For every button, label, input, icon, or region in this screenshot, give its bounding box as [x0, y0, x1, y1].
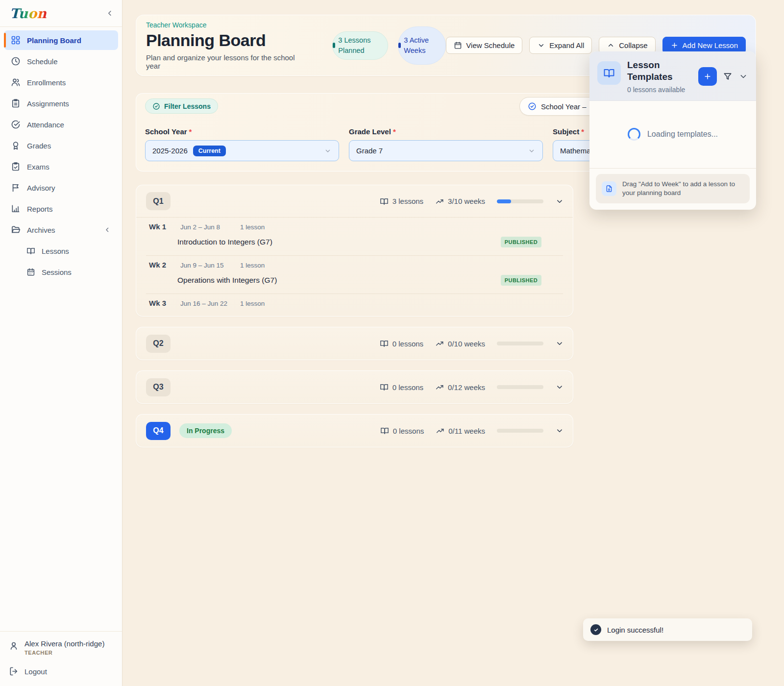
grade-level-value: Grade 7	[356, 147, 383, 155]
chevron-up-icon	[607, 41, 615, 49]
chevron-down-icon[interactable]	[555, 383, 564, 392]
chevron-down-icon	[537, 41, 545, 49]
user-info: Alex Rivera (north-ridge) TEACHER	[9, 639, 113, 656]
plus-icon	[703, 72, 712, 81]
quarter-header-q2[interactable]: Q2 0 lessons 0/10 weeks	[136, 327, 573, 360]
book-open-icon	[597, 61, 621, 85]
sidebar-item-label: Grades	[27, 142, 51, 150]
add-template-button[interactable]	[698, 67, 717, 86]
filter-icon[interactable]	[723, 72, 733, 81]
templates-loading: Loading templates...	[589, 101, 756, 168]
grade-level-select[interactable]: Grade 7	[349, 140, 543, 161]
quarter-stats: 0 lessons 0/10 weeks	[380, 339, 564, 348]
drag-hint-text: Drag "Add to Week" to add a lesson to yo…	[622, 180, 744, 197]
grade-level-label: Grade Level*	[349, 127, 543, 136]
week-progress-count: 3/10 weeks	[435, 197, 485, 206]
logout-button[interactable]: Logout	[9, 666, 113, 676]
templates-controls	[698, 67, 748, 86]
lesson-templates-panel: Lesson Templates 0 lessons available Loa…	[589, 51, 756, 210]
week-row[interactable]: Wk 3 Jun 16 – Jun 22 1 lesson	[146, 294, 563, 311]
chevron-down-icon[interactable]	[555, 339, 564, 348]
expand-all-button[interactable]: Expand All	[529, 37, 592, 54]
calendar-icon	[26, 268, 35, 276]
chevron-down-icon[interactable]	[555, 426, 564, 435]
lesson-count: 3 lessons	[380, 197, 423, 206]
workspace-eyebrow: Teacher Workspace	[146, 21, 305, 29]
quarter-badge-active: Q4	[146, 422, 171, 440]
chevron-down-icon[interactable]	[738, 72, 748, 81]
chevron-left-icon[interactable]	[103, 226, 111, 234]
book-open-icon	[380, 426, 389, 435]
spinner-icon	[628, 128, 640, 141]
folder-open-icon	[11, 225, 21, 235]
school-year-select[interactable]: 2025-2026 Current	[145, 140, 339, 161]
book-open-icon	[380, 197, 389, 206]
lesson-row[interactable]: Introduction to Integers (G7) PUBLISHED	[146, 235, 563, 255]
quarter-card-q3: Q3 0 lessons 0/12 weeks	[136, 370, 573, 404]
sidebar-item-reports[interactable]: Reports	[4, 199, 118, 219]
add-new-lesson-label: Add New Lesson	[683, 41, 738, 49]
sidebar-collapse-icon[interactable]	[105, 9, 114, 18]
quarter-header-q3[interactable]: Q3 0 lessons 0/12 weeks	[136, 371, 573, 403]
blue-dot-icon	[398, 43, 401, 48]
sidebar-item-schedule[interactable]: Schedule	[4, 51, 118, 71]
drag-hint: Drag "Add to Week" to add a lesson to yo…	[596, 174, 750, 203]
required-marker: *	[581, 127, 584, 136]
plus-icon	[670, 41, 679, 49]
calendar-icon	[454, 41, 462, 49]
lesson-row[interactable]: Operations with Integers (G7) PUBLISHED	[146, 273, 563, 294]
quarter-header-q4[interactable]: Q4 In Progress 0 lessons 0/11 weeks	[136, 415, 573, 447]
current-badge: Current	[193, 146, 226, 156]
sidebar: Tuon Planning Board Schedule Enrollments…	[0, 0, 122, 686]
book-open-icon	[380, 339, 389, 348]
progress-bar	[497, 429, 543, 433]
sidebar-item-exams[interactable]: Exams	[4, 157, 118, 176]
trending-up-icon	[436, 426, 444, 435]
sidebar-item-planning-board[interactable]: Planning Board	[4, 30, 118, 50]
page-title: Planning Board	[146, 31, 305, 50]
users-icon	[11, 77, 21, 87]
quarter-header-q1[interactable]: Q1 3 lessons 3/10 weeks	[136, 185, 573, 218]
header-text: Teacher Workspace Planning Board Plan an…	[146, 21, 305, 70]
sidebar-item-label: Lessons	[42, 247, 69, 255]
progress-bar	[497, 342, 543, 345]
status-badge: PUBLISHED	[501, 275, 541, 286]
sidebar-header: Tuon	[0, 0, 122, 27]
quarter-body-q1: Wk 1 Jun 2 – Jun 8 1 lesson Introduction…	[136, 218, 573, 316]
status-badge: PUBLISHED	[501, 237, 541, 247]
sidebar-item-lessons[interactable]: Lessons	[4, 241, 118, 261]
sidebar-item-advisory[interactable]: Advisory	[4, 178, 118, 197]
sidebar-item-grades[interactable]: Grades	[4, 136, 118, 155]
sidebar-item-attendance[interactable]: Attendance	[4, 115, 118, 134]
sidebar-item-label: Sessions	[42, 268, 72, 276]
book-open-icon	[380, 383, 389, 392]
in-progress-badge: In Progress	[179, 423, 232, 438]
school-year-value: 2025-2026	[152, 147, 188, 155]
required-marker: *	[393, 127, 396, 136]
toast-notification: Login successful!	[583, 618, 752, 641]
lessons-planned-text: 3 Lessons Planned	[338, 35, 388, 55]
sidebar-item-archives[interactable]: Archives	[4, 220, 118, 240]
sidebar-item-sessions[interactable]: Sessions	[4, 262, 118, 282]
collapse-label: Collapse	[619, 41, 647, 49]
view-schedule-button[interactable]: View Schedule	[446, 37, 522, 54]
quarter-card-q4: Q4 In Progress 0 lessons 0/11 weeks	[136, 414, 573, 447]
expand-all-label: Expand All	[549, 41, 584, 49]
templates-footer: Drag "Add to Week" to add a lesson to yo…	[589, 168, 756, 210]
week-row[interactable]: Wk 2 Jun 9 – Jun 15 1 lesson	[146, 255, 563, 273]
sidebar-item-assignments[interactable]: Assignments	[4, 94, 118, 113]
quarter-card-q1: Q1 3 lessons 3/10 weeks Wk 1 Jun 2 – Jun…	[136, 185, 573, 317]
quarter-badge: Q1	[146, 192, 171, 210]
required-marker: *	[189, 127, 192, 136]
lessons-planned-badge: 3 Lessons Planned	[332, 31, 388, 60]
user-icon	[9, 641, 19, 651]
week-row[interactable]: Wk 1 Jun 2 – Jun 8 1 lesson	[146, 218, 563, 235]
chevron-down-icon[interactable]	[555, 197, 564, 206]
toast-message: Login successful!	[607, 626, 663, 634]
active-weeks-text: 3 Active Weeks	[404, 35, 445, 55]
sidebar-item-enrollments[interactable]: Enrollments	[4, 73, 118, 92]
week-progress-count: 0/10 weeks	[435, 339, 485, 348]
trending-up-icon	[435, 197, 444, 206]
logout-label: Logout	[24, 667, 47, 676]
trending-up-icon	[435, 383, 444, 392]
